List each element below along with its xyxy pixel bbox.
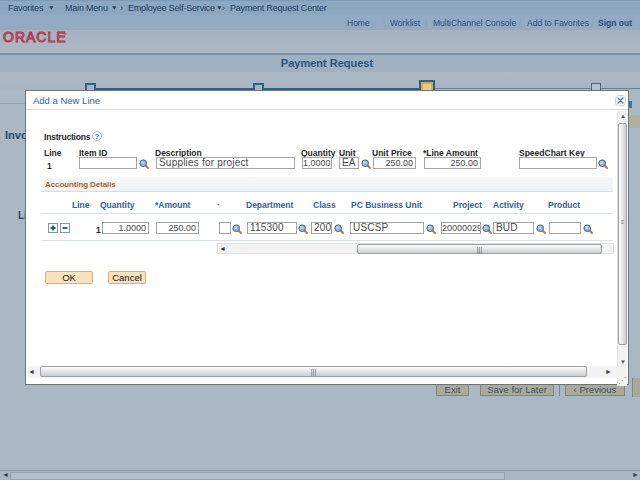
- svg-text:ORACLE: ORACLE: [3, 30, 67, 45]
